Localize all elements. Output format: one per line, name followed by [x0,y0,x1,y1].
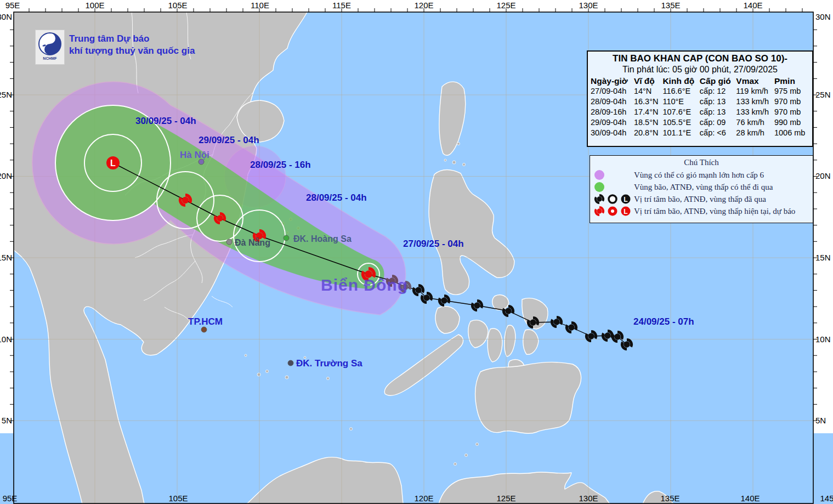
storm-table-column-header: Ngày-giờ [590,76,633,86]
legend-row-label: Vùng bão, ATNĐ, vùng thấp có thể đi qua [634,183,773,192]
track-date-label: 29/09/25 - 04h [199,135,259,145]
org-name: Trung tâm Dự báo khí tượng thuỷ văn quốc… [69,30,195,57]
org-name-line1: Trung tâm Dự báo [69,33,195,45]
axis-label-lat-left: 5N [2,416,12,425]
axis-label-lon-bottom: 130E [579,494,598,503]
track-date-label: 30/09/25 - 04h [135,116,196,126]
storm-table-cell: 28/09-16h [590,107,633,117]
storm-table-cell: 28 km/h [735,128,774,138]
storm-table-header-row: Ngày-giờVĩ độKinh độCấp gióVmaxPmin [590,76,810,86]
axis-label-lat-right: 5N [815,416,826,425]
axis-label-lon-top: 125E [496,1,515,10]
track-date-label: 27/09/25 - 04h [403,239,464,249]
axis-label-lon-bottom: 135E [660,494,679,503]
typhoon-symbol [594,194,604,204]
margin-right [813,12,833,433]
green-area-icon [593,181,634,193]
axis-label-lat-left: 15N [0,253,12,262]
bulletin-title: TIN BAO KHAN CAP (CON BAO SO 10)- [590,53,810,64]
city-dot [288,360,293,366]
legend-row: Vùng có thể có gió mạnh lớn hơn cấp 6 [593,169,809,181]
axis-label-lon-top: 120E [414,1,433,10]
legend-row: LVị trí tâm bão, ATNĐ, vùng thấp đã qua [593,193,809,205]
storm-bulletin-box: TIN BAO KHAN CAP (CON BAO SO 10)- Tin ph… [587,50,813,147]
storm-table-cell: 119 km/h [735,86,774,97]
header: NCHMF Trung tâm Dự báo khí tượng thuỷ vă… [35,30,195,65]
storm-table-cell: 17.4°N [633,107,662,117]
svg-text:L: L [624,196,627,203]
margin-left [0,12,14,433]
axis-label-lon-bottom: 140E [740,494,760,503]
city-label: Đà Nẵng [235,237,270,247]
axis-label-lat-right: 15N [815,253,831,262]
legend-row-label: Vị trí tâm bão, ATNĐ, vùng thấp đã qua [634,195,766,204]
storm-table-cell: 14°N [633,86,662,97]
storm-table-cell: cấp: 12 [699,86,735,97]
storm-table-cell: 133 km/h [735,107,774,117]
axis-label-lon-bottom: 145E [820,494,833,503]
storm-table-cell: 105.5°E [662,117,699,128]
axis-label-lat-right: 10N [815,335,831,344]
storm-table-cell: 1006 mb [774,128,810,138]
legend-glyph [593,181,605,193]
storm-table-cell: cấp: 13 [699,97,735,107]
storm-data-table: Ngày-giờVĩ độKinh độCấp gióVmaxPmin 27/0… [590,76,810,138]
legend-glyph [607,205,619,217]
storm-table-row: 28/09-16h17.4°N107.6°Ecấp: 13133 km/h970… [590,107,810,117]
axis-label-lon-top: 135E [661,1,680,10]
storm-table-column-header: Kinh độ [662,76,699,86]
storm-table-cell: 970 mb [774,97,810,107]
legend-glyph: L [620,205,632,217]
typhoon-symbol [594,206,604,216]
storm-table-cell: cấp: 09 [699,117,735,128]
axis-label-lat-right: 20N [815,171,831,180]
storm-table-cell: 18.5°N [633,117,662,128]
storm-table-cell: 30/09-04h [590,128,633,138]
axis-label-lon-top: 110E [251,1,269,10]
low-pressure-letter: L [110,158,116,168]
storm-table-cell: 101.1°E [662,128,699,138]
nchmf-logo-text: NCHMF [43,56,56,60]
purple-area-icon [593,169,634,181]
city-label: ĐK. Hoàng Sa [293,234,352,243]
sea-name-layer: Biển Đông [321,276,408,294]
nchmf-logo-icon [38,32,62,56]
legend-row: Vùng bão, ATNĐ, vùng thấp có thể đi qua [593,181,809,193]
city-label: ĐK. Trường Sa [296,358,362,369]
storm-table-column-header: Vmax [735,76,774,86]
storm-table-cell: 27/09-04h [590,86,633,97]
legend-row-label: Vị trí tâm bão, ATNĐ, vùng thấp hiện tại… [634,207,795,216]
svg-text:L: L [624,208,627,216]
axis-label-lat-left: 20N [0,171,12,180]
storm-table-cell: 29/09-04h [590,117,633,128]
city-label: TP.HCM [188,316,223,327]
axis-label-lat-right: 30N [815,12,831,21]
nchmf-logo: NCHMF [35,30,65,65]
legend-glyph [607,193,619,205]
storm-table-cell: 28/09-04h [590,97,633,107]
axis-label-lon-bottom: 105E [168,494,188,503]
track-date-label: 28/09/25 - 04h [306,192,367,203]
storm-table-row: 27/09-04h14°N116.6°Ecấp: 12119 km/h975 m… [590,86,810,97]
storm-table-cell: 116.6°E [662,86,699,97]
storm-table-cell: 133 km/h [735,97,774,107]
axis-label-lon-top: 130E [579,1,598,10]
typhoon-forecast-map-screen: L Biển Đông Hà NộiĐà NẵngĐK. Hoàng SaTP.… [0,0,833,504]
axis-label-lon-top: 140E [743,1,762,10]
storm-table-row: 29/09-04h18.5°N105.5°Ecấp: 0976 km/h990 … [590,117,810,128]
storm-table-cell: 990 mb [774,117,810,128]
city-dot [201,327,207,332]
storm-table-cell: 16.3°N [633,97,662,107]
axis-label-lon-top: 105E [168,1,187,10]
storm-table-row: 28/09-04h16.3°N110°Ecấp: 13133 km/h970 m… [590,97,810,107]
past-symbols-icon: L [593,193,634,205]
city-dot [284,235,289,241]
legend-row-label: Vùng có thể có gió mạnh lớn hơn cấp 6 [634,171,764,180]
city-label: Hà Nội [180,150,209,160]
storm-table-cell: 107.6°E [662,107,699,117]
legend-glyph [593,169,605,181]
storm-table-cell: 975 mb [774,86,810,97]
storm-table-cell: 20.8°N [633,128,662,138]
current-symbols-icon: L [593,205,634,217]
sea-name-label: Biển Đông [321,276,408,294]
